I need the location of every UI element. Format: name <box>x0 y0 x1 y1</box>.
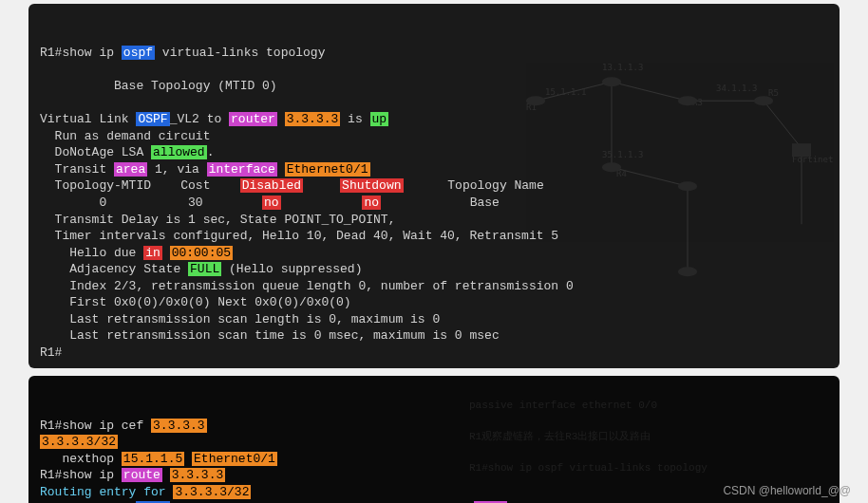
output-line: Base Topology (MTID 0) <box>40 79 277 93</box>
output-line: Last retransmission scan length is 0, ma… <box>40 312 440 326</box>
svg-rect-24 <box>792 143 811 157</box>
watermark: CSDN @helloworld_@@ <box>723 484 851 497</box>
ip-address: 3.3.3.3 <box>151 419 207 433</box>
timer-value: 00:00:05 <box>170 246 233 260</box>
ip-prefix: 3.3.3.3/32 <box>40 435 118 449</box>
output-line: Routing entry for 3.3.3.3/32 <box>40 485 251 499</box>
svg-text:R3: R3 <box>692 98 703 107</box>
svg-text:15.1.1.1: 15.1.1.1 <box>545 87 586 97</box>
ip-address: 15.1.1.5 <box>122 452 184 466</box>
output-line: DoNotAge LSA allowed. <box>40 145 214 159</box>
topology-diagram-bg: 15.1.1.1 13.1.1.3 34.1.1.3 35.1.1.3 R1 R… <box>498 4 840 368</box>
svg-text:35.1.1.3: 35.1.1.3 <box>602 150 643 159</box>
status-full: FULL <box>188 262 221 276</box>
cli-line: R1#show ip route 3.3.3.3 <box>40 468 225 482</box>
output-line: Transmit Delay is 1 sec, State POINT_TO_… <box>40 213 395 227</box>
cli-prompt: R1# <box>40 345 62 360</box>
svg-line-5 <box>764 101 802 148</box>
output-line: nexthop 15.1.1.5 Ethernet0/1 <box>40 452 277 466</box>
output-line: Timer intervals configured, Hello 10, De… <box>40 229 558 243</box>
svg-point-23 <box>678 267 697 276</box>
svg-line-1 <box>612 82 688 101</box>
output-line: Index 2/3, retransmission queue length 0… <box>40 279 574 293</box>
ip-address: 3.3.3.3 <box>285 112 341 126</box>
svg-text:R5: R5 <box>768 88 779 98</box>
svg-point-22 <box>678 181 697 191</box>
output-line: 0 30 no no Base <box>40 196 500 210</box>
svg-text:34.1.1.3: 34.1.1.3 <box>716 84 757 93</box>
background-faint-text: passive interface ethernet 0/0 R1观察虚链路，去… <box>469 382 830 475</box>
interface-name: Ethernet0/1 <box>285 162 370 177</box>
ip-prefix: 3.3.3.3/32 <box>173 485 251 499</box>
col-shutdown: Shutdown <box>340 178 403 193</box>
keyword-ospf: OSPF <box>136 112 169 126</box>
svg-point-18 <box>602 77 621 86</box>
keyword-router: router <box>229 112 277 126</box>
status-allowed: allowed <box>151 145 207 159</box>
svg-point-21 <box>602 162 621 172</box>
svg-text:Fortinet: Fortinet <box>792 155 833 164</box>
svg-line-0 <box>536 82 612 101</box>
svg-point-17 <box>526 96 545 105</box>
keyword-interface: interface <box>207 162 277 177</box>
interface-name: Ethernet0/1 <box>192 452 277 466</box>
output-line: Run as demand circuit <box>40 129 210 143</box>
output-line: Hello due in 00:00:05 <box>40 246 233 260</box>
svg-text:R4: R4 <box>616 169 627 178</box>
output-line: First 0x0(0)/0x0(0) Next 0x0(0)/0x0(0) <box>40 295 351 309</box>
output-line: Virtual Link OSPF_VL2 to router 3.3.3.3 … <box>40 112 388 126</box>
svg-line-4 <box>612 167 688 186</box>
value-no: no <box>362 196 381 210</box>
svg-text:13.1.1.3: 13.1.1.3 <box>602 63 643 72</box>
terminal-output-1: 15.1.1.1 13.1.1.3 34.1.1.3 35.1.1.3 R1 R… <box>28 4 840 368</box>
output-line: Last retransmission scan time is 0 msec,… <box>40 328 500 343</box>
output-line: Topology-MTID Cost Disabled Shutdown Top… <box>40 178 544 193</box>
keyword-area: area <box>114 162 147 177</box>
cli-line: R1#show ip ospf virtual-links topology <box>40 46 325 60</box>
output-line: Adjacency State FULL (Hello suppressed) <box>40 262 362 276</box>
keyword-route: route <box>122 468 162 482</box>
svg-text:R1: R1 <box>526 102 537 112</box>
output-line: Transit area 1, via interface Ethernet0/… <box>40 162 370 177</box>
svg-point-19 <box>678 96 697 105</box>
cli-line: R1#show ip cef 3.3.3.3 <box>40 419 207 433</box>
value-no: no <box>262 196 281 210</box>
keyword-ospf: ospf <box>122 46 155 60</box>
keyword-in: in <box>143 246 162 260</box>
status-up: up <box>370 112 389 126</box>
ip-address: 3.3.3.3 <box>170 468 226 482</box>
svg-point-20 <box>754 96 773 105</box>
terminal-output-2: passive interface ethernet 0/0 R1观察虚链路，去… <box>28 376 840 503</box>
col-disabled: Disabled <box>240 178 303 193</box>
